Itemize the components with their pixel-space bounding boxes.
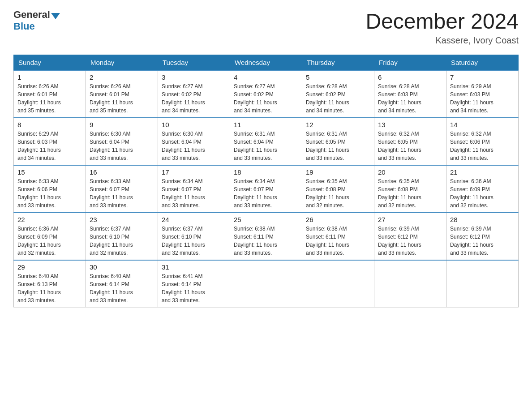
calendar-cell: 3Sunrise: 6:27 AMSunset: 6:02 PMDaylight… <box>158 70 230 118</box>
calendar-cell: 13Sunrise: 6:32 AMSunset: 6:05 PMDayligh… <box>374 118 446 165</box>
day-number: 13 <box>378 121 442 128</box>
title-area: December 2024 Kassere, Ivory Coast <box>365 9 519 46</box>
day-info: Sunrise: 6:26 AMSunset: 6:01 PMDaylight:… <box>17 82 82 115</box>
calendar-week-5: 29Sunrise: 6:40 AMSunset: 6:13 PMDayligh… <box>14 260 519 308</box>
day-number: 28 <box>450 216 515 223</box>
calendar-cell: 16Sunrise: 6:33 AMSunset: 6:07 PMDayligh… <box>86 165 158 213</box>
day-info: Sunrise: 6:35 AMSunset: 6:08 PMDaylight:… <box>378 177 442 210</box>
day-number: 19 <box>306 168 370 176</box>
day-number: 12 <box>306 121 370 128</box>
day-info: Sunrise: 6:28 AMSunset: 6:02 PMDaylight:… <box>306 82 370 115</box>
logo-arrow-icon <box>51 13 60 19</box>
calendar-cell <box>374 260 446 308</box>
logo-blue-text: Blue <box>13 21 35 32</box>
calendar-cell: 1Sunrise: 6:26 AMSunset: 6:01 PMDaylight… <box>14 70 86 118</box>
day-number: 24 <box>162 216 226 223</box>
calendar-cell: 20Sunrise: 6:35 AMSunset: 6:08 PMDayligh… <box>374 165 446 213</box>
calendar-cell <box>230 260 302 308</box>
day-info: Sunrise: 6:36 AMSunset: 6:09 PMDaylight:… <box>450 177 515 210</box>
day-info: Sunrise: 6:26 AMSunset: 6:01 PMDaylight:… <box>90 82 154 115</box>
calendar-cell: 9Sunrise: 6:30 AMSunset: 6:04 PMDaylight… <box>86 118 158 165</box>
day-number: 11 <box>234 121 298 128</box>
calendar-cell: 18Sunrise: 6:34 AMSunset: 6:07 PMDayligh… <box>230 165 302 213</box>
day-number: 22 <box>17 216 82 223</box>
day-number: 1 <box>17 73 82 81</box>
weekday-header-friday: Friday <box>374 55 446 71</box>
day-info: Sunrise: 6:29 AMSunset: 6:03 PMDaylight:… <box>17 130 82 162</box>
calendar-cell: 31Sunrise: 6:41 AMSunset: 6:14 PMDayligh… <box>158 260 230 308</box>
calendar-body: 1Sunrise: 6:26 AMSunset: 6:01 PMDaylight… <box>14 70 519 308</box>
calendar-cell: 22Sunrise: 6:36 AMSunset: 6:09 PMDayligh… <box>14 213 86 260</box>
weekday-header-wednesday: Wednesday <box>230 55 302 71</box>
calendar-cell: 2Sunrise: 6:26 AMSunset: 6:01 PMDaylight… <box>86 70 158 118</box>
calendar-cell: 14Sunrise: 6:32 AMSunset: 6:06 PMDayligh… <box>446 118 519 165</box>
day-number: 14 <box>450 121 515 128</box>
day-number: 16 <box>90 168 154 176</box>
day-number: 15 <box>17 168 82 176</box>
day-info: Sunrise: 6:27 AMSunset: 6:02 PMDaylight:… <box>234 82 298 115</box>
day-number: 31 <box>162 263 226 271</box>
day-number: 6 <box>378 73 442 81</box>
day-info: Sunrise: 6:36 AMSunset: 6:09 PMDaylight:… <box>17 225 82 257</box>
location-text: Kassere, Ivory Coast <box>365 35 519 46</box>
day-number: 29 <box>17 263 82 271</box>
weekday-header-row: SundayMondayTuesdayWednesdayThursdayFrid… <box>14 55 519 71</box>
day-info: Sunrise: 6:37 AMSunset: 6:10 PMDaylight:… <box>90 225 154 257</box>
calendar-cell: 8Sunrise: 6:29 AMSunset: 6:03 PMDaylight… <box>14 118 86 165</box>
day-number: 26 <box>306 216 370 223</box>
day-info: Sunrise: 6:39 AMSunset: 6:12 PMDaylight:… <box>378 225 442 257</box>
calendar-cell: 24Sunrise: 6:37 AMSunset: 6:10 PMDayligh… <box>158 213 230 260</box>
weekday-header-monday: Monday <box>86 55 158 71</box>
calendar-cell: 17Sunrise: 6:34 AMSunset: 6:07 PMDayligh… <box>158 165 230 213</box>
calendar-week-1: 1Sunrise: 6:26 AMSunset: 6:01 PMDaylight… <box>14 70 519 118</box>
day-number: 4 <box>234 73 298 81</box>
day-number: 21 <box>450 168 515 176</box>
day-number: 18 <box>234 168 298 176</box>
day-info: Sunrise: 6:41 AMSunset: 6:14 PMDaylight:… <box>162 272 226 304</box>
day-info: Sunrise: 6:37 AMSunset: 6:10 PMDaylight:… <box>162 225 226 257</box>
day-number: 27 <box>378 216 442 223</box>
weekday-header-tuesday: Tuesday <box>158 55 230 71</box>
calendar-cell <box>446 260 519 308</box>
day-info: Sunrise: 6:28 AMSunset: 6:03 PMDaylight:… <box>378 82 442 115</box>
logo: General Blue <box>13 9 61 32</box>
calendar-cell: 28Sunrise: 6:39 AMSunset: 6:12 PMDayligh… <box>446 213 519 260</box>
calendar-table: SundayMondayTuesdayWednesdayThursdayFrid… <box>13 55 519 308</box>
day-number: 17 <box>162 168 226 176</box>
weekday-header-thursday: Thursday <box>302 55 374 71</box>
calendar-cell: 10Sunrise: 6:30 AMSunset: 6:04 PMDayligh… <box>158 118 230 165</box>
day-info: Sunrise: 6:38 AMSunset: 6:11 PMDaylight:… <box>234 225 298 257</box>
calendar-week-3: 15Sunrise: 6:33 AMSunset: 6:06 PMDayligh… <box>14 165 519 213</box>
calendar-cell: 15Sunrise: 6:33 AMSunset: 6:06 PMDayligh… <box>14 165 86 213</box>
calendar-cell: 27Sunrise: 6:39 AMSunset: 6:12 PMDayligh… <box>374 213 446 260</box>
day-info: Sunrise: 6:32 AMSunset: 6:05 PMDaylight:… <box>378 130 442 162</box>
day-number: 2 <box>90 73 154 81</box>
day-number: 30 <box>90 263 154 271</box>
weekday-header-saturday: Saturday <box>446 55 519 71</box>
calendar-cell: 30Sunrise: 6:40 AMSunset: 6:14 PMDayligh… <box>86 260 158 308</box>
day-info: Sunrise: 6:34 AMSunset: 6:07 PMDaylight:… <box>234 177 298 210</box>
calendar-cell: 25Sunrise: 6:38 AMSunset: 6:11 PMDayligh… <box>230 213 302 260</box>
calendar-cell: 12Sunrise: 6:31 AMSunset: 6:05 PMDayligh… <box>302 118 374 165</box>
day-info: Sunrise: 6:30 AMSunset: 6:04 PMDaylight:… <box>162 130 226 162</box>
calendar-cell: 4Sunrise: 6:27 AMSunset: 6:02 PMDaylight… <box>230 70 302 118</box>
day-number: 8 <box>17 121 82 128</box>
day-info: Sunrise: 6:31 AMSunset: 6:04 PMDaylight:… <box>234 130 298 162</box>
month-title: December 2024 <box>365 9 519 34</box>
day-number: 3 <box>162 73 226 81</box>
day-number: 20 <box>378 168 442 176</box>
day-number: 5 <box>306 73 370 81</box>
day-info: Sunrise: 6:33 AMSunset: 6:07 PMDaylight:… <box>90 177 154 210</box>
page-header: General Blue December 2024 Kassere, Ivor… <box>13 9 519 46</box>
day-number: 9 <box>90 121 154 128</box>
day-info: Sunrise: 6:39 AMSunset: 6:12 PMDaylight:… <box>450 225 515 257</box>
day-number: 25 <box>234 216 298 223</box>
calendar-header: SundayMondayTuesdayWednesdayThursdayFrid… <box>14 55 519 71</box>
calendar-cell: 23Sunrise: 6:37 AMSunset: 6:10 PMDayligh… <box>86 213 158 260</box>
day-number: 7 <box>450 73 515 81</box>
day-info: Sunrise: 6:27 AMSunset: 6:02 PMDaylight:… <box>162 82 226 115</box>
calendar-week-4: 22Sunrise: 6:36 AMSunset: 6:09 PMDayligh… <box>14 213 519 260</box>
calendar-cell: 6Sunrise: 6:28 AMSunset: 6:03 PMDaylight… <box>374 70 446 118</box>
calendar-cell: 29Sunrise: 6:40 AMSunset: 6:13 PMDayligh… <box>14 260 86 308</box>
calendar-cell: 5Sunrise: 6:28 AMSunset: 6:02 PMDaylight… <box>302 70 374 118</box>
